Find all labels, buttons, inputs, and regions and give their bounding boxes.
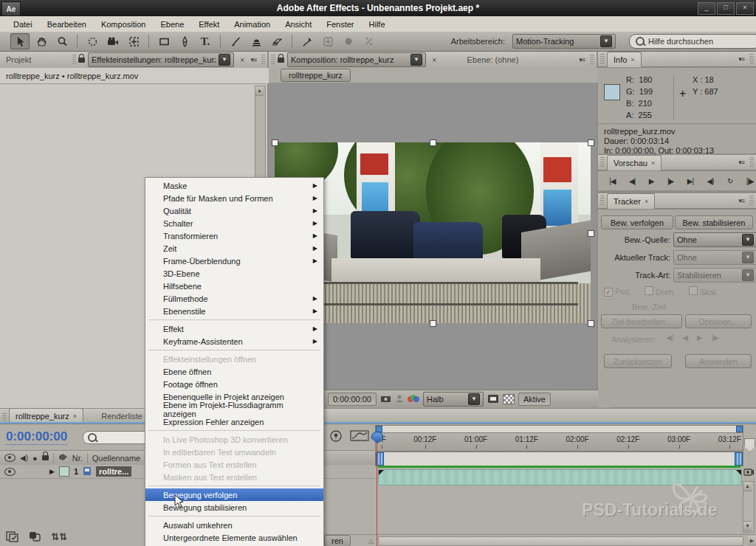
eraser-tool[interactable] (268, 34, 286, 49)
menu-animation[interactable]: Animation (227, 18, 278, 30)
selection-handle[interactable] (272, 139, 278, 146)
lock-icon[interactable] (78, 58, 85, 63)
expand-layer-switches-icon[interactable] (6, 531, 18, 544)
context-menu-item-maske[interactable]: Maske▶ (145, 179, 323, 192)
view-layout-dropdown[interactable]: Aktive (518, 393, 551, 406)
brainstorm-icon[interactable] (329, 429, 343, 444)
menu-komposition[interactable]: Komposition (94, 18, 154, 30)
layer-name[interactable]: rolltre... (96, 466, 131, 477)
channel-icon[interactable] (408, 395, 419, 404)
rectangle-tool[interactable] (155, 34, 173, 49)
work-area-end-handle[interactable] (735, 452, 743, 466)
context-menu-item-bewegung-stabilisieren[interactable]: Bewegung stabilisieren (145, 501, 323, 514)
context-menu-item-effekt[interactable]: Effekt▶ (145, 322, 323, 335)
context-menu-item-qualität[interactable]: Qualität▶ (145, 204, 323, 217)
context-menu-item-untergeordnete-elemente-auswählen[interactable]: Untergeordnete Elemente auswählen (145, 531, 323, 544)
ram-preview-button[interactable]: ||▶ (746, 177, 754, 185)
context-menu-item-auswahl-umkehren[interactable]: Auswahl umkehren (145, 519, 323, 531)
graph-editor-icon[interactable] (350, 429, 369, 444)
tab-vorschau[interactable]: Vorschau× (607, 155, 662, 170)
panel-menu-icon[interactable]: ▾≡ (250, 56, 256, 63)
close-tab-icon[interactable]: × (234, 52, 250, 67)
layer-in-point[interactable] (379, 470, 384, 475)
menu-ansicht[interactable]: Ansicht (278, 18, 319, 30)
loop-button[interactable]: ↻ (727, 177, 732, 185)
context-menu-item-transformieren[interactable]: Transformieren▶ (145, 229, 323, 242)
context-menu-item-schalter[interactable]: Schalter▶ (145, 217, 323, 229)
puppet-pin-tool[interactable] (298, 34, 316, 49)
transparency-grid-icon[interactable] (503, 394, 515, 404)
previous-frame-button[interactable]: ◀| (629, 177, 635, 185)
camera-tool[interactable] (104, 34, 122, 49)
lock-icon[interactable] (278, 58, 284, 63)
next-frame-button[interactable]: |▶ (667, 177, 673, 185)
maximize-button[interactable]: □ (717, 2, 735, 15)
transfer-controls-icon[interactable] (29, 531, 41, 544)
rotation-tool[interactable] (83, 34, 101, 49)
context-menu-item-pfade-für-masken-und-formen[interactable]: Pfade für Masken und Formen▶ (145, 192, 323, 204)
clone-stamp-tool[interactable] (247, 34, 265, 49)
work-area-bar[interactable] (375, 452, 743, 466)
first-frame-button[interactable]: |◀ (609, 177, 615, 185)
comp-mini-tab[interactable]: rolltreppe_kurz (281, 69, 351, 82)
viewer-timecode[interactable]: 0:00:00:00 (328, 393, 377, 406)
close-tab-icon[interactable]: × (73, 412, 77, 420)
switches-modes-button-fragment[interactable]: ren (324, 535, 351, 546)
timeline-timecode[interactable]: 0:00:00:00 (6, 429, 67, 445)
close-tab-icon[interactable]: × (630, 56, 634, 63)
context-menu-item-frame-überblendung[interactable]: Frame-Überblendung▶ (145, 255, 323, 267)
type-tool[interactable]: T. (196, 34, 214, 49)
layer-label-chip[interactable] (59, 466, 69, 477)
hscroll-thumb[interactable] (378, 536, 743, 546)
tab-timeline-comp[interactable]: rolltreppe_kurz× (9, 408, 83, 424)
track-motion-button[interactable]: Bew. verfolgen (601, 215, 673, 229)
tab-ebene[interactable]: Ebene: (ohne) (442, 52, 543, 67)
snapshot-icon[interactable] (380, 394, 391, 404)
menu-effekt[interactable]: Effekt (191, 18, 227, 30)
play-button[interactable]: ▶ (649, 177, 654, 185)
context-menu-item-3d-ebene[interactable]: 3D-Ebene (145, 267, 323, 280)
hand-tool[interactable] (32, 34, 50, 49)
menu-fenster[interactable]: Fenster (319, 18, 361, 30)
scroll-down-icon[interactable]: ▼ (743, 521, 752, 531)
audio-button[interactable]: ◀) (707, 177, 713, 185)
zoom-out-mountain-icon[interactable]: △ (368, 537, 374, 545)
scroll-up-icon[interactable]: ▲ (743, 482, 752, 491)
selection-handle[interactable] (588, 230, 594, 237)
help-search-input[interactable]: Hilfe durchsuchen (629, 34, 756, 49)
menu-bearbeiten[interactable]: Bearbeiten (40, 18, 94, 30)
pan-behind-tool[interactable] (125, 34, 142, 49)
col-number[interactable]: Nr. (72, 454, 83, 463)
close-tab-icon[interactable]: × (426, 52, 442, 67)
panel-menu-icon[interactable]: ▾≡ (738, 197, 744, 204)
timeline-vertical-scrollbar[interactable]: ▲ ▼ (743, 481, 755, 533)
close-tab-icon[interactable]: × (651, 159, 655, 167)
layer-visibility-icon[interactable] (4, 468, 16, 476)
menu-ebene[interactable]: Ebene (153, 18, 191, 30)
effect-controls-dropdown[interactable]: Effekteinstellungen: rolltreppe_kurz.mov… (88, 52, 234, 67)
comp-button-icon[interactable] (743, 467, 755, 478)
pen-tool[interactable] (176, 34, 193, 49)
context-menu-item-bewegung-verfolgen[interactable]: Bewegung verfolgen (145, 488, 323, 501)
workspace-dropdown[interactable]: Motion-Tracking ▼ (512, 34, 616, 49)
selection-handle[interactable] (430, 320, 436, 327)
zoom-tool[interactable] (53, 34, 71, 49)
menu-datei[interactable]: Datei (6, 18, 40, 30)
motion-source-dropdown[interactable]: Ohne ▼ (673, 232, 756, 247)
context-menu-item-hilfsebene[interactable]: Hilfsebene (145, 280, 323, 292)
context-menu-item-füllmethode[interactable]: Füllmethode▶ (145, 292, 323, 305)
target-region-icon[interactable] (487, 394, 499, 405)
solo-column-icon[interactable]: ● (32, 454, 38, 463)
close-tab-icon[interactable]: × (645, 198, 648, 205)
last-frame-button[interactable]: ▶| (687, 177, 693, 185)
close-button[interactable]: × (736, 2, 754, 15)
label-column-icon[interactable] (58, 453, 68, 463)
video-column-icon[interactable] (4, 454, 16, 462)
audio-column-icon[interactable]: ◀) (20, 454, 28, 462)
composition-dropdown[interactable]: Komposition: rolltreppe_kurz ▼ (287, 52, 426, 67)
col-source-name[interactable]: Quellenname (92, 454, 140, 463)
context-menu-item-keyframe-assistenten[interactable]: Keyframe-Assistenten▶ (145, 335, 323, 348)
tab-info[interactable]: Info× (607, 52, 642, 67)
in-out-duration-icon[interactable]: ⇅⇅ (51, 531, 67, 544)
context-menu-item-expression-fehler-anzeigen[interactable]: Expression Fehler anzeigen (145, 415, 323, 428)
